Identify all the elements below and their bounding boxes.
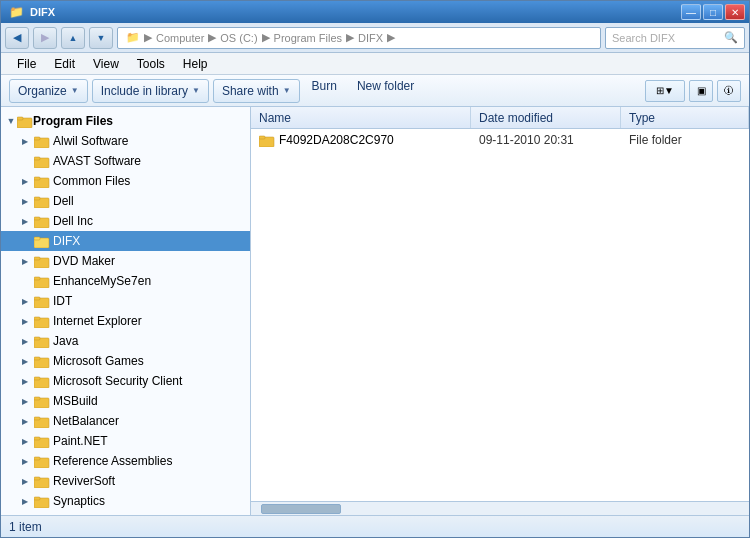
toggle-program-files[interactable]: ▼: [5, 115, 17, 127]
toggle-alwil[interactable]: [19, 135, 31, 147]
breadcrumb-computer[interactable]: Computer: [156, 32, 204, 44]
breadcrumb[interactable]: 📁 ▶ Computer ▶ OS (C:) ▶ Program Files ▶…: [117, 27, 601, 49]
menu-view[interactable]: View: [85, 55, 127, 73]
toggle-idt[interactable]: [19, 295, 31, 307]
svg-rect-33: [34, 437, 40, 440]
file-type-cell: File folder: [621, 133, 749, 147]
burn-button[interactable]: Burn: [304, 79, 345, 103]
toggle-synaptics[interactable]: [19, 495, 31, 507]
close-button[interactable]: ✕: [725, 4, 745, 20]
sidebar-label-synaptics: Synaptics: [53, 494, 105, 508]
sidebar-item-reviversoft[interactable]: ReviverSoft: [1, 471, 250, 491]
toggle-dvd[interactable]: [19, 255, 31, 267]
toggle-dell-inc[interactable]: [19, 215, 31, 227]
include-in-library-button[interactable]: Include in library ▼: [92, 79, 209, 103]
recent-button[interactable]: ▼: [89, 27, 113, 49]
folder-icon-java: [34, 334, 50, 348]
title-bar: 📁 DIFX — □ ✕: [1, 1, 749, 23]
sidebar-label-ms-security: Microsoft Security Client: [53, 374, 182, 388]
toggle-ref-assemblies[interactable]: [19, 455, 31, 467]
sidebar-label-difx: DIFX: [53, 234, 80, 248]
svg-rect-31: [34, 417, 40, 420]
maximize-button[interactable]: □: [703, 4, 723, 20]
sidebar-item-difx[interactable]: DIFX: [1, 231, 250, 251]
toggle-netbalancer[interactable]: [19, 415, 31, 427]
svg-rect-17: [34, 277, 40, 280]
sidebar-item-msbuild[interactable]: MSBuild: [1, 391, 250, 411]
sidebar-item-ie[interactable]: Internet Explorer: [1, 311, 250, 331]
col-header-name[interactable]: Name: [251, 107, 471, 128]
table-row[interactable]: F4092DA208C2C970 09-11-2010 20:31 File f…: [251, 129, 749, 151]
breadcrumb-program-files[interactable]: Program Files: [274, 32, 342, 44]
menu-file[interactable]: File: [9, 55, 44, 73]
svg-rect-29: [34, 397, 40, 400]
details-pane-button[interactable]: 🛈: [717, 80, 741, 102]
menu-bar: File Edit View Tools Help: [1, 53, 749, 75]
svg-rect-13: [34, 237, 40, 240]
h-scroll-thumb[interactable]: [261, 504, 341, 514]
status-bar: 1 item: [1, 515, 749, 537]
menu-tools[interactable]: Tools: [129, 55, 173, 73]
minimize-button[interactable]: —: [681, 4, 701, 20]
toggle-msbuild[interactable]: [19, 395, 31, 407]
folder-icon-f4092: [259, 133, 275, 147]
horizontal-scrollbar[interactable]: [251, 501, 749, 515]
toggle-ms-security[interactable]: [19, 375, 31, 387]
col-header-date[interactable]: Date modified: [471, 107, 621, 128]
sidebar-item-dvd-maker[interactable]: DVD Maker: [1, 251, 250, 271]
sidebar-item-alwil[interactable]: Alwil Software: [1, 131, 250, 151]
sidebar-item-idt[interactable]: IDT: [1, 291, 250, 311]
toggle-reviversoft[interactable]: [19, 475, 31, 487]
sidebar-label-dell: Dell: [53, 194, 74, 208]
folder-icon-idt: [34, 294, 50, 308]
new-folder-button[interactable]: New folder: [349, 79, 422, 103]
breadcrumb-os[interactable]: OS (C:): [220, 32, 257, 44]
toggle-ms-games[interactable]: [19, 355, 31, 367]
menu-help[interactable]: Help: [175, 55, 216, 73]
sidebar-item-common[interactable]: Common Files: [1, 171, 250, 191]
status-text: 1 item: [9, 520, 42, 534]
sidebar-item-ms-games[interactable]: Microsoft Games: [1, 351, 250, 371]
svg-rect-5: [34, 157, 40, 160]
sidebar-item-paint-net[interactable]: Paint.NET: [1, 431, 250, 451]
sidebar-label-ms-games: Microsoft Games: [53, 354, 144, 368]
sidebar-item-netbalancer[interactable]: NetBalancer: [1, 411, 250, 431]
sidebar-label-common: Common Files: [53, 174, 130, 188]
share-label: Share with: [222, 84, 279, 98]
toggle-common[interactable]: [19, 175, 31, 187]
col-header-type[interactable]: Type: [621, 107, 749, 128]
svg-rect-9: [34, 197, 40, 200]
folder-icon-alwil: [34, 134, 50, 148]
sidebar-item-program-files[interactable]: ▼ Program Files: [1, 111, 250, 131]
include-label: Include in library: [101, 84, 188, 98]
toggle-paint-net[interactable]: [19, 435, 31, 447]
up-button[interactable]: ▲: [61, 27, 85, 49]
share-with-button[interactable]: Share with ▼: [213, 79, 300, 103]
menu-edit[interactable]: Edit: [46, 55, 83, 73]
sidebar-item-avast[interactable]: AVAST Software: [1, 151, 250, 171]
toggle-ie[interactable]: [19, 315, 31, 327]
sidebar-item-ref-assemblies[interactable]: Reference Assemblies: [1, 451, 250, 471]
preview-pane-button[interactable]: ▣: [689, 80, 713, 102]
view-mode-button[interactable]: ⊞▼: [645, 80, 685, 102]
breadcrumb-difx[interactable]: DIFX: [358, 32, 383, 44]
forward-button[interactable]: ▶: [33, 27, 57, 49]
search-box[interactable]: Search DIFX 🔍: [605, 27, 745, 49]
sidebar-item-enhance[interactable]: EnhanceMySe7en: [1, 271, 250, 291]
sidebar-item-synaptics[interactable]: Synaptics: [1, 491, 250, 511]
sidebar-item-dell-inc[interactable]: Dell Inc: [1, 211, 250, 231]
title-bar-buttons: — □ ✕: [681, 4, 745, 20]
folder-icon-ms-security: [34, 374, 50, 388]
sidebar-item-ms-security[interactable]: Microsoft Security Client: [1, 371, 250, 391]
sidebar-item-java[interactable]: Java: [1, 331, 250, 351]
sidebar-label-dvd: DVD Maker: [53, 254, 115, 268]
sidebar-label-program-files: Program Files: [33, 114, 113, 128]
organize-button[interactable]: Organize ▼: [9, 79, 88, 103]
sidebar-item-dell[interactable]: Dell: [1, 191, 250, 211]
back-button[interactable]: ◀: [5, 27, 29, 49]
toggle-java[interactable]: [19, 335, 31, 347]
column-headers: Name Date modified Type: [251, 107, 749, 129]
toggle-dell[interactable]: [19, 195, 31, 207]
folder-icon-dell-inc: [34, 214, 50, 228]
organize-dropdown-arrow: ▼: [71, 86, 79, 95]
